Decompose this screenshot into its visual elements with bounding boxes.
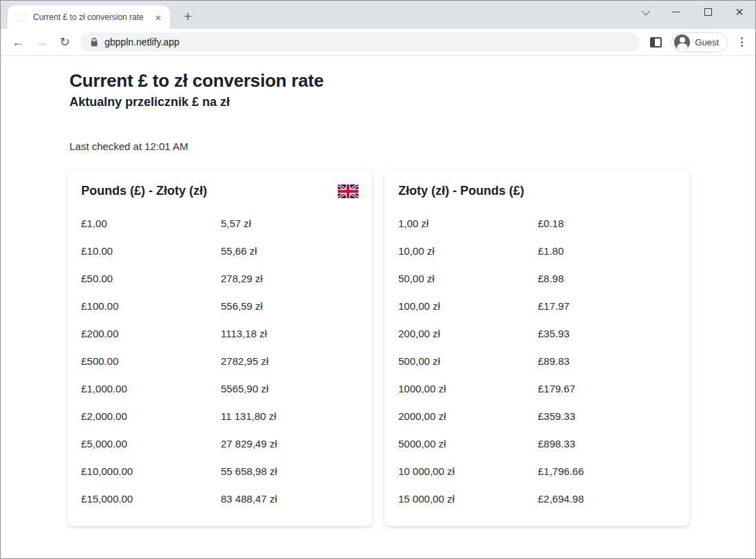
table-row: £500.00 2782,95 zł [81,347,358,375]
amount-to: 55,66 zł [221,245,358,257]
table-row: £15,000.00 83 488,47 zł [81,485,358,512]
page-title: Current £ to zł conversion rate [69,70,755,92]
amount-to: £8.98 [538,273,676,284]
back-button[interactable]: ← [8,32,28,52]
amount-from: £15,000.00 [81,493,221,505]
guest-avatar [674,34,690,50]
table-row: £200.00 1113,18 zł [81,319,358,347]
amount-from: 500,00 zł [398,355,538,367]
card-title: Złoty (zł) - Pounds (£) [398,184,524,198]
table-row: £1.00 5,57 zł [81,209,358,237]
conversion-cards: Pounds (£) - Złoty (zł) £1.00 5,57 [67,170,755,526]
browser-window: Current £ to zł conversion rate × + × ← … [0,0,756,559]
browser-tab[interactable]: Current £ to zł conversion rate × [8,6,170,29]
close-window-button[interactable]: × [724,1,755,23]
amount-from: £10,000.00 [81,465,221,477]
amount-from: 1,00 zł [398,218,538,229]
amount-to: 1113,18 zł [221,328,358,339]
amount-from: 5000,00 zł [398,438,538,450]
amount-from: 10,00 zł [398,245,538,257]
amount-to: £17.97 [538,300,676,312]
last-checked-status: Last checked at12:01 AM [69,140,755,152]
amount-to: £35.93 [538,328,676,339]
pln-to-gbp-card: Złoty (zł) - Pounds (£) 1,00 zł £0.18 10… [385,170,689,526]
table-row: £10.00 55,66 zł [81,237,358,264]
amount-from: 200,00 zł [398,328,538,339]
amount-from: £2,000.00 [81,410,221,422]
table-row: 1,00 zł £0.18 [398,209,676,237]
amount-from: 2000,00 zł [398,410,538,422]
amount-to: 5,57 zł [221,218,358,229]
amount-to: £359.33 [538,410,676,422]
side-panel-icon [650,37,662,48]
maximize-button[interactable] [692,1,724,23]
table-row: 5000,00 zł £898.33 [398,430,676,457]
conversion-rows: £1.00 5,57 zł £10.00 55,66 zł £50.00 278… [81,209,358,512]
amount-from: £50.00 [81,273,221,284]
amount-to: 556,59 zł [221,300,358,312]
url-text: gbppln.netlify.app [105,36,180,48]
new-tab-button[interactable]: + [178,7,197,26]
last-checked-time: 12:01 AM [144,140,188,152]
reload-button[interactable]: ↻ [54,32,75,52]
table-row: 2000,00 zł £359.33 [398,402,676,430]
gbp-to-pln-card: Pounds (£) - Złoty (zł) £1.00 5,57 [67,170,372,526]
table-row: 10,00 zł £1.80 [398,237,676,264]
amount-to: 55 658,98 zł [221,465,358,477]
table-row: 50,00 zł £8.98 [398,264,676,292]
poland-flag-icon [655,184,676,198]
amount-to: 27 829,49 zł [221,438,358,450]
table-row: £1,000.00 5565,90 zł [81,375,358,402]
amount-from: 1000,00 zł [398,383,538,394]
window-controls: × [629,1,755,23]
amount-from: 15 000,00 zł [398,493,538,505]
amount-to: £2,694.98 [538,493,676,505]
tab-search-chevron-icon[interactable] [629,1,660,23]
side-panel-button[interactable] [645,32,666,52]
tab-title: Current £ to zł conversion rate [33,12,148,22]
amount-to: £89.83 [538,355,676,367]
amount-from: £1,000.00 [81,383,221,394]
forward-button[interactable]: → [31,32,52,52]
table-row: £2,000.00 11 131,80 zł [81,402,358,430]
amount-from: 100,00 zł [398,300,538,312]
card-header: Złoty (zł) - Pounds (£) [398,184,676,198]
table-row: 15 000,00 zł £2,694.98 [398,485,676,512]
amount-to: 11 131,80 zł [221,410,358,422]
table-row: £100.00 556,59 zł [81,292,358,319]
browser-menu-button[interactable] [733,32,750,52]
amount-to: 5565,90 zł [221,383,358,394]
poland-flag-favicon-icon [16,14,28,21]
minimize-button[interactable] [660,1,692,23]
amount-to: 83 488,47 zł [221,493,358,505]
amount-from: £1.00 [81,218,221,229]
page-content: Current £ to zł conversion rate Aktualny… [1,56,755,558]
amount-from: £500.00 [81,355,221,367]
lock-icon[interactable] [90,37,98,47]
profile-chip[interactable]: Guest [671,32,728,52]
page-subtitle: Aktualny przelicznik £ na zł [69,95,755,109]
table-row: 1000,00 zł £179.67 [398,375,676,402]
table-row: 500,00 zł £89.83 [398,347,676,375]
amount-to: £1,796.66 [538,465,676,477]
amount-from: £200.00 [81,328,221,339]
browser-toolbar: ← → ↻ gbppln.netlify.app Guest [1,29,755,56]
address-bar[interactable]: gbppln.netlify.app [80,32,640,52]
amount-from: £5,000.00 [81,438,221,450]
tab-close-icon[interactable]: × [152,11,164,23]
minimize-icon [672,12,680,12]
last-checked-label: Last checked at [69,140,142,152]
amount-to: £1.80 [538,245,676,257]
amount-to: £179.67 [538,383,676,394]
amount-from: £10.00 [81,245,221,257]
amount-to: £0.18 [538,218,676,229]
conversion-rows: 1,00 zł £0.18 10,00 zł £1.80 50,00 zł £8… [398,209,676,512]
table-row: £10,000.00 55 658,98 zł [81,457,358,485]
tab-strip: Current £ to zł conversion rate × + × [1,1,755,29]
table-row: £50.00 278,29 zł [81,264,358,292]
table-row: 200,00 zł £35.93 [398,319,676,347]
table-row: 10 000,00 zł £1,796.66 [398,457,676,485]
amount-to: 278,29 zł [221,273,358,284]
card-header: Pounds (£) - Złoty (zł) [81,184,358,198]
table-row: £5,000.00 27 829,49 zł [81,430,358,457]
